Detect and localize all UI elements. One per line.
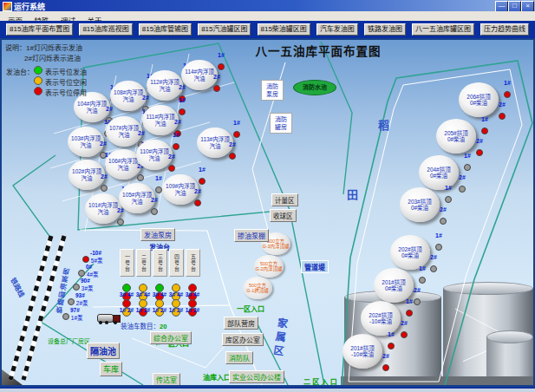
pump-state-icon [82, 256, 89, 263]
label-metering-area: 计量区 [271, 193, 298, 206]
btn-815-patrol[interactable]: 815油库巡视图 [79, 23, 132, 36]
btn-815-diesel-area[interactable]: 815柴油罐区图 [258, 23, 310, 36]
tank-product: 汽油 [123, 96, 134, 103]
tank-name: G-1拱顶罐 [246, 288, 269, 294]
truck-count-value: 20 [160, 323, 166, 330]
indicator-2: 2# [210, 74, 224, 95]
tank-name: G-3内浮顶罐 [262, 244, 289, 250]
btn-rail-loading[interactable]: 铁路发油图 [364, 23, 406, 36]
legend-line2: 2#灯闪烁表示进油 [24, 53, 81, 62]
tank-product: 汽油 [81, 142, 92, 149]
legend-platform-label: 发油台： [6, 67, 34, 76]
indicator-2: 2# [191, 188, 205, 210]
tank-name: 202#拱顶 [398, 246, 421, 253]
pump-2: 93# 2#泵 [68, 292, 88, 307]
tank-product: 汽油 [82, 175, 93, 182]
platform-name: 二号台 [136, 249, 151, 277]
tank-product: 汽油 [155, 121, 166, 127]
label-fire-tank-house: 消防罐房 [270, 113, 292, 134]
indicator-2: 2# [165, 154, 179, 175]
label-equipment-area: 设备总厂厂房区 [48, 336, 90, 345]
middle-divider [290, 210, 324, 385]
tank-name: 205#拱顶 [444, 130, 467, 137]
app-icon [3, 2, 12, 11]
indicator-2: 2# [473, 138, 486, 160]
tank-product: 汽油 [132, 199, 143, 206]
legend-note-label: 说明： [5, 44, 26, 52]
indicator-2: 2# [455, 174, 469, 196]
label-zone1-entrance-a: 一区入口 [237, 304, 264, 313]
indicator-1: 1# [169, 132, 183, 154]
legend-red-dot [34, 87, 42, 95]
tank-name: G-2内浮顶罐 [255, 266, 282, 272]
indicator-2: 2# [379, 353, 393, 375]
legend-line1: 1#灯闪烁表示发油 [26, 44, 82, 52]
label-garage: 车库 [100, 362, 122, 376]
btn-815-tank-area[interactable]: 八一五油库罐区图 [412, 23, 474, 36]
indicator-1: 1# [415, 265, 429, 287]
tank-product: 0#柴油 [411, 205, 428, 212]
tank-product: 0#柴油 [430, 173, 447, 180]
indicator-1: 1# [195, 167, 209, 188]
indicator-1: 1# [460, 153, 474, 174]
truck-count-label: 装油车数目： [121, 323, 160, 330]
legend-green-dot [34, 66, 42, 75]
label-fire-brigade: 消防队 [225, 351, 253, 364]
indicator-1: 1# [402, 298, 416, 320]
legend-green-label: 表示号位发油 [45, 67, 87, 76]
toolbar: 815油库平面布置图 815油库巡视图 815油库管输图 815汽油罐区图 81… [0, 21, 535, 38]
tank-product: 汽油 [119, 132, 130, 139]
platform-5: 五号台 3# 4# 1# 2# [184, 249, 201, 313]
tank-product: 汽油 [118, 165, 129, 172]
label-reception: 传达室 [153, 373, 180, 386]
indicator-1: 1# [441, 185, 455, 206]
tank-product: 汽油 [87, 108, 98, 114]
tank-product: 汽油 [194, 75, 206, 82]
platform-name: 三号台 [153, 249, 167, 277]
pump-state-icon [73, 284, 80, 291]
pump-5: -10# 5#泵 [82, 250, 103, 265]
label-depot-entrance: 油库入口 [203, 372, 231, 382]
tank-product: -10#柴油 [351, 351, 374, 358]
btn-pressure-trend[interactable]: 压力趋势曲线 [480, 23, 529, 36]
indicator-1: 1# [384, 331, 398, 353]
tank-product: -10#柴油 [369, 318, 392, 325]
tank-product: 0#柴油 [470, 100, 487, 107]
indicator-2: 2# [97, 173, 111, 195]
tank-name: 204#拱顶 [427, 167, 450, 173]
tank-product: 汽油 [175, 190, 186, 197]
indicator-2: 2# [495, 101, 509, 123]
platform-4: 四号台 3# 4# 1# 2# [167, 249, 185, 313]
paddy-strip-border [321, 42, 352, 194]
tank-product: 汽油 [149, 155, 160, 162]
btn-truck-loading[interactable]: 汽车发油图 [316, 23, 358, 36]
platform-name: 四号台 [169, 249, 184, 277]
indicator-2: 2# [147, 197, 161, 219]
indicator-1: 1# [432, 232, 446, 254]
tank-name: 202#拱顶 [369, 312, 392, 319]
btn-815-pipeline[interactable]: 815油库管输图 [139, 23, 192, 36]
platform-3: 三号台 3# 4# 1# 2# [151, 249, 168, 313]
platform-1: 一号台 3# 4# 1# 2# [118, 249, 135, 313]
label-pipeline-bund: 管道堤 [301, 260, 329, 273]
pump-3: 90# 3#泵 [73, 278, 94, 292]
tank-name: 203#拱顶 [408, 199, 431, 206]
label-dispensing-pump-house: 发油泵房 [140, 228, 175, 241]
pump-1: 97# 1#泵 [62, 307, 83, 322]
legend-note: 说明：1#灯闪烁表示发油 [5, 42, 82, 52]
tank-name: 206#拱顶 [466, 94, 490, 101]
map-canvas: 八一五油库平面布置图 说明：1#灯闪烁表示发油 2#灯闪烁表示进油 发油台： 表… [0, 38, 535, 387]
label-depot-office: 库区办公室 [222, 333, 264, 346]
legend-red-label: 表示号位停用 [45, 88, 87, 97]
indicator-1: 1# [230, 120, 244, 141]
label-blend-pump-shed: 掺油泵棚 [234, 229, 269, 242]
indicator-1: 1# [175, 97, 189, 119]
label-fire-pond: 消防水池 [293, 80, 336, 95]
pump-4: 0# 4#泵 [78, 264, 99, 278]
truck-icon [97, 310, 120, 324]
indicator-1: 1# [500, 80, 514, 101]
tank-product: 0#柴油 [447, 136, 465, 143]
btn-815-gasoline-area[interactable]: 815汽油罐区图 [198, 23, 251, 36]
btn-815-plan-layout[interactable]: 815油库平面布置图 [6, 23, 73, 36]
label-comprehensive-office: 综合办公室 [150, 331, 192, 344]
